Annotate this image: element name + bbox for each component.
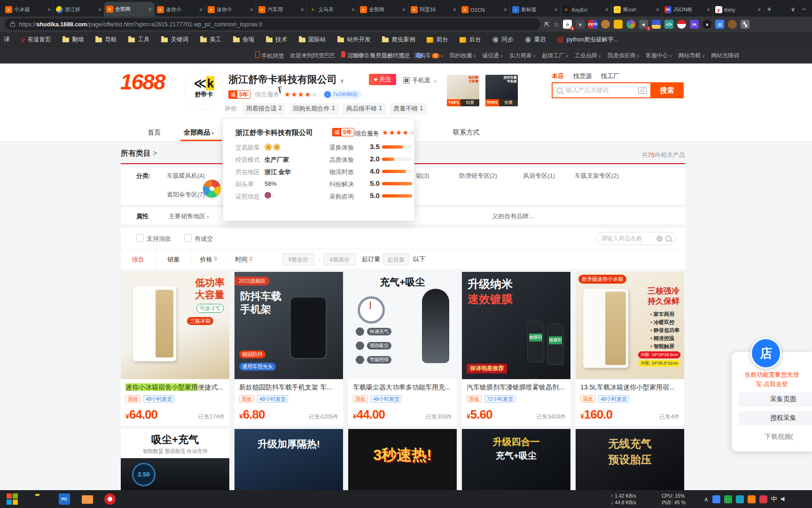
download-extension-icon[interactable]: ↓ [652, 20, 661, 29]
extension-icon[interactable]: IA [690, 20, 699, 29]
browser-app-icon[interactable] [104, 493, 116, 505]
topnav-myali[interactable]: 我的阿里 [382, 52, 408, 60]
volume-icon[interactable] [781, 497, 785, 501]
topnav-sitemap[interactable]: 网站导航 [679, 52, 705, 60]
extension-icon[interactable] [626, 20, 635, 29]
tab-close-icon[interactable] [554, 7, 558, 13]
mobile-ali-link[interactable]: 手机阿里 [255, 51, 284, 60]
bookmark-item[interactable]: python爬虫破解字... [557, 36, 618, 44]
extension-icon[interactable]: ◈1 [639, 20, 648, 29]
tab-close-icon[interactable] [250, 7, 253, 13]
product-card[interactable]: 充气+吸尘 快速充气 强劲吸尘 节能照明 车载吸尘器大功率多功能车用充... 混… [348, 272, 457, 426]
search-scope-goods[interactable]: 找货源 [573, 72, 592, 80]
bookmark-folder[interactable]: 国际站 [299, 36, 326, 44]
cookie-extension-icon[interactable] [601, 20, 610, 29]
browser-tab[interactable]: 浙江舒 [53, 3, 104, 16]
product-card[interactable]: 无线充气 预设胎压 [576, 429, 684, 490]
tab-close-icon[interactable] [757, 7, 761, 13]
top2-product-thumbnail[interactable]: 防抖车载 手机架 TOP2销量 [485, 75, 518, 106]
bookmark-folder[interactable]: 导航 [95, 36, 117, 44]
review-tag[interactable]: 商品很不错1 [343, 103, 386, 114]
clear-icon[interactable]: × [656, 236, 663, 242]
bookmark-item[interactable]: 译 [4, 36, 10, 44]
ime-indicator[interactable]: 中 [771, 495, 777, 503]
license-info[interactable]: › [265, 191, 274, 198]
bookmark-folder[interactable]: 技术 [266, 36, 287, 44]
topnav-supplier[interactable]: 我是供应商 [607, 52, 640, 60]
window-minimize-icon[interactable]: − [802, 6, 805, 13]
mobile-shop-link[interactable]: 手机逛 [403, 76, 437, 85]
browser-tab[interactable]: 将curl [611, 3, 662, 16]
pc-manager-icon[interactable]: PC [59, 493, 70, 505]
shopnav-contact[interactable]: 联系方式 [453, 128, 479, 137]
review-tag[interactable]: 质量不错1 [390, 103, 427, 114]
bookmark-folder[interactable]: 杂项 [233, 36, 254, 44]
extension-icon[interactable]: x [576, 20, 585, 29]
tab-close-icon[interactable] [402, 7, 406, 13]
mix-batch-checkbox[interactable]: 支持混批 [136, 234, 171, 243]
tab-close-icon[interactable] [148, 6, 152, 13]
browser-tab[interactable]: 义乌市 [306, 3, 357, 16]
product-title[interactable]: 13.5L车载冰箱迷你小型家用宿... [580, 383, 679, 392]
extension-icon[interactable]: FE [588, 20, 597, 29]
sort-comprehensive[interactable]: 综合 [121, 249, 156, 270]
product-title[interactable]: 汽车镀膜剂车漆镀膜喷雾镀晶剂... [467, 383, 566, 392]
shopnav-home[interactable]: 首页 [148, 128, 161, 137]
lock-icon[interactable] [10, 23, 15, 27]
bookmark-item[interactable]: S同步 [492, 36, 513, 44]
checkbox-icon[interactable] [184, 234, 192, 242]
tab-search-chevron-icon[interactable]: ∨ [791, 6, 796, 13]
extension-icon[interactable] [614, 20, 623, 29]
review-tag[interactable]: 用着很合适2 [242, 103, 286, 114]
product-title[interactable]: 新款稳固防抖车载手机支架 车... [239, 383, 338, 392]
search-scope-factory[interactable]: 找工厂 [601, 72, 619, 80]
has-deal-checkbox[interactable]: 有成交 [184, 234, 213, 243]
bookmark-folder[interactable]: 站外开发 [337, 36, 370, 44]
topnav-accessibility[interactable]: 网站无障碍 [711, 52, 739, 60]
product-card[interactable]: 3秒速热! [348, 429, 457, 490]
browser-tab[interactable]: 全部商 [357, 3, 408, 16]
follow-button[interactable]: ♥关注 [369, 74, 396, 85]
panda-extension-icon[interactable]: ᴥ [703, 20, 711, 29]
product-card[interactable]: 吸尘+充气 智能数显 预设胎压 自动充停 2.50 [121, 429, 229, 490]
browser-tab[interactable]: thirty [712, 3, 763, 16]
product-card[interactable]: 升级四合一 充气+吸尘 [462, 429, 570, 490]
tab-close-icon[interactable] [605, 7, 609, 13]
tab-close-icon[interactable] [453, 7, 456, 13]
collect-page-button[interactable]: 采集页面 [738, 392, 812, 406]
bookmark-folder[interactable]: 爬虫案例 [382, 36, 415, 44]
tab-close-icon[interactable] [707, 7, 710, 13]
product-card[interactable]: 升级加厚隔热! [234, 429, 343, 490]
tray-icon[interactable] [712, 495, 720, 503]
product-card[interactable]: 低功率大容量 可达-1℃ 三核冰箱 迷你小冰箱宿舍小型家用便捷式... 混批48… [121, 272, 229, 426]
product-title[interactable]: 迷你小冰箱宿舍小型家用便捷式... [125, 383, 225, 392]
product-card[interactable]: 2023旗舰款 防抖车载手机架 稳固防抖 通用车型夹头 新款稳固防抖车载手机支架… [234, 272, 343, 426]
login-notice-line2[interactable]: 宝 点我去登 [732, 380, 812, 389]
cookie-extension-icon[interactable] [728, 20, 737, 29]
category-link[interactable]: 箱(3) [416, 172, 429, 180]
tab-close-icon[interactable] [98, 7, 102, 13]
category-link[interactable]: 遮阳伞专区(7) [167, 190, 205, 199]
logo-1688[interactable]: 1688 [120, 69, 164, 95]
store-search-input[interactable]: 输入产品关键词 [552, 82, 651, 98]
sort-sales[interactable]: 销量 [156, 249, 191, 270]
authorize-collect-button[interactable]: 授权采集 [738, 411, 812, 425]
sort-time[interactable]: 时间 [226, 249, 261, 270]
topnav-factory[interactable]: 超级工厂 [542, 52, 569, 60]
moq-input[interactable]: 起批量 [383, 253, 409, 265]
browser-tab[interactable]: 迷你小 [154, 3, 205, 16]
bookmark-folder[interactable]: 翻墙 [62, 36, 84, 44]
bookmark-star-icon[interactable]: ☆ [554, 21, 560, 28]
bookmark-item[interactable]: y有道首页 [22, 36, 51, 44]
company-name[interactable]: 浙江舒帝卡科技有限公司 [228, 73, 344, 86]
bookmark-item[interactable]: S重启 [525, 36, 546, 44]
bookmark-item[interactable]: 前台 [427, 36, 448, 44]
category-link[interactable]: 车载暖风机(4) [167, 172, 205, 180]
topnav-cart[interactable]: 采购车0 [414, 52, 443, 60]
review-tag[interactable]: 回购长期合作1 [289, 103, 339, 114]
browser-tab-active[interactable]: 全部商 [104, 2, 154, 16]
tray-expand-chevron-icon[interactable]: ∧ [704, 496, 709, 503]
chevron-down-icon[interactable] [337, 74, 344, 85]
tab-close-icon[interactable] [656, 7, 659, 13]
browser-tab[interactable]: KeyErr [560, 3, 611, 16]
